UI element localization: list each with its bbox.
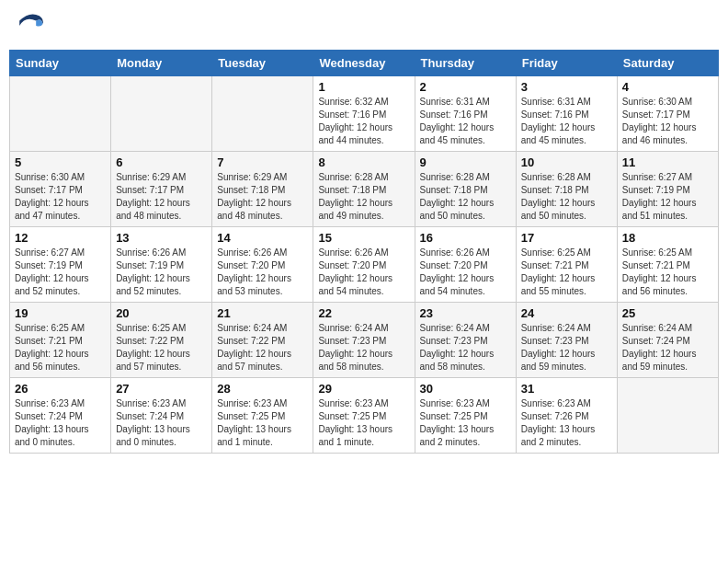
day-number: 31 [521,382,612,396]
day-info: Sunrise: 6:23 AM Sunset: 7:25 PM Dayligh… [217,397,308,449]
week-row-4: 19Sunrise: 6:25 AM Sunset: 7:21 PM Dayli… [10,303,719,378]
day-cell-3: 3Sunrise: 6:31 AM Sunset: 7:16 PM Daylig… [516,76,617,152]
weekday-header-tuesday: Tuesday [212,51,313,76]
day-cell-8: 8Sunrise: 6:28 AM Sunset: 7:18 PM Daylig… [313,152,415,227]
day-cell-11: 11Sunrise: 6:27 AM Sunset: 7:19 PM Dayli… [617,152,718,227]
day-number: 2 [420,80,511,94]
day-cell-10: 10Sunrise: 6:28 AM Sunset: 7:18 PM Dayli… [516,152,617,227]
day-cell-29: 29Sunrise: 6:23 AM Sunset: 7:25 PM Dayli… [313,378,415,454]
weekday-header-monday: Monday [111,51,212,76]
day-number: 21 [217,306,308,320]
day-info: Sunrise: 6:23 AM Sunset: 7:25 PM Dayligh… [420,397,511,449]
day-info: Sunrise: 6:32 AM Sunset: 7:16 PM Dayligh… [318,96,409,147]
day-cell-26: 26Sunrise: 6:23 AM Sunset: 7:24 PM Dayli… [10,378,111,454]
day-cell-1: 1Sunrise: 6:32 AM Sunset: 7:16 PM Daylig… [313,76,415,152]
day-number: 26 [15,382,106,396]
week-row-5: 26Sunrise: 6:23 AM Sunset: 7:24 PM Dayli… [10,378,719,454]
day-cell-2: 2Sunrise: 6:31 AM Sunset: 7:16 PM Daylig… [415,76,516,152]
day-info: Sunrise: 6:23 AM Sunset: 7:26 PM Dayligh… [521,397,612,449]
weekday-header-row: SundayMondayTuesdayWednesdayThursdayFrid… [10,51,719,76]
day-number: 14 [217,231,308,245]
day-info: Sunrise: 6:26 AM Sunset: 7:20 PM Dayligh… [420,247,511,298]
day-number: 5 [15,155,106,169]
day-number: 15 [318,231,409,245]
day-cell-16: 16Sunrise: 6:26 AM Sunset: 7:20 PM Dayli… [415,227,516,303]
day-info: Sunrise: 6:23 AM Sunset: 7:24 PM Dayligh… [116,397,207,449]
weekday-header-thursday: Thursday [415,51,516,76]
day-info: Sunrise: 6:31 AM Sunset: 7:16 PM Dayligh… [420,96,511,147]
day-cell-20: 20Sunrise: 6:25 AM Sunset: 7:22 PM Dayli… [111,303,212,378]
day-number: 16 [420,231,511,245]
empty-cell [111,76,212,152]
day-number: 27 [116,382,207,396]
week-row-2: 5Sunrise: 6:30 AM Sunset: 7:17 PM Daylig… [10,152,719,227]
day-number: 3 [521,80,612,94]
day-cell-25: 25Sunrise: 6:24 AM Sunset: 7:24 PM Dayli… [617,303,718,378]
day-number: 9 [420,155,511,169]
day-cell-4: 4Sunrise: 6:30 AM Sunset: 7:17 PM Daylig… [617,76,718,152]
day-number: 13 [116,231,207,245]
day-info: Sunrise: 6:28 AM Sunset: 7:18 PM Dayligh… [521,171,612,223]
day-info: Sunrise: 6:24 AM Sunset: 7:23 PM Dayligh… [318,322,409,373]
day-info: Sunrise: 6:24 AM Sunset: 7:24 PM Dayligh… [622,322,713,373]
empty-cell [617,378,718,454]
day-info: Sunrise: 6:25 AM Sunset: 7:21 PM Dayligh… [521,247,612,298]
day-cell-21: 21Sunrise: 6:24 AM Sunset: 7:22 PM Dayli… [212,303,313,378]
day-info: Sunrise: 6:28 AM Sunset: 7:18 PM Dayligh… [318,171,409,223]
day-number: 22 [318,306,409,320]
day-info: Sunrise: 6:23 AM Sunset: 7:24 PM Dayligh… [15,397,106,449]
logo [13,9,51,42]
day-number: 11 [622,155,713,169]
day-cell-9: 9Sunrise: 6:28 AM Sunset: 7:18 PM Daylig… [415,152,516,227]
day-info: Sunrise: 6:25 AM Sunset: 7:21 PM Dayligh… [15,322,106,373]
day-number: 23 [420,306,511,320]
day-number: 29 [318,382,409,396]
day-number: 17 [521,231,612,245]
day-cell-12: 12Sunrise: 6:27 AM Sunset: 7:19 PM Dayli… [10,227,111,303]
day-info: Sunrise: 6:31 AM Sunset: 7:16 PM Dayligh… [521,96,612,147]
day-number: 6 [116,155,207,169]
week-row-1: 1Sunrise: 6:32 AM Sunset: 7:16 PM Daylig… [10,76,719,152]
day-cell-5: 5Sunrise: 6:30 AM Sunset: 7:17 PM Daylig… [10,152,111,227]
day-cell-15: 15Sunrise: 6:26 AM Sunset: 7:20 PM Dayli… [313,227,415,303]
day-info: Sunrise: 6:25 AM Sunset: 7:21 PM Dayligh… [622,247,713,298]
day-number: 18 [622,231,713,245]
empty-cell [10,76,111,152]
day-cell-31: 31Sunrise: 6:23 AM Sunset: 7:26 PM Dayli… [516,378,617,454]
day-cell-6: 6Sunrise: 6:29 AM Sunset: 7:17 PM Daylig… [111,152,212,227]
day-info: Sunrise: 6:24 AM Sunset: 7:23 PM Dayligh… [420,322,511,373]
day-info: Sunrise: 6:26 AM Sunset: 7:19 PM Dayligh… [116,247,207,298]
day-info: Sunrise: 6:29 AM Sunset: 7:18 PM Dayligh… [217,171,308,223]
day-number: 25 [622,306,713,320]
day-number: 4 [622,80,713,94]
day-info: Sunrise: 6:30 AM Sunset: 7:17 PM Dayligh… [15,171,106,223]
day-info: Sunrise: 6:27 AM Sunset: 7:19 PM Dayligh… [622,171,713,223]
day-cell-27: 27Sunrise: 6:23 AM Sunset: 7:24 PM Dayli… [111,378,212,454]
day-number: 1 [318,80,409,94]
day-number: 24 [521,306,612,320]
day-number: 12 [15,231,106,245]
day-cell-30: 30Sunrise: 6:23 AM Sunset: 7:25 PM Dayli… [415,378,516,454]
day-cell-22: 22Sunrise: 6:24 AM Sunset: 7:23 PM Dayli… [313,303,415,378]
calendar-table: SundayMondayTuesdayWednesdayThursdayFrid… [9,50,719,454]
day-number: 20 [116,306,207,320]
day-cell-28: 28Sunrise: 6:23 AM Sunset: 7:25 PM Dayli… [212,378,313,454]
day-cell-13: 13Sunrise: 6:26 AM Sunset: 7:19 PM Dayli… [111,227,212,303]
day-cell-19: 19Sunrise: 6:25 AM Sunset: 7:21 PM Dayli… [10,303,111,378]
day-cell-18: 18Sunrise: 6:25 AM Sunset: 7:21 PM Dayli… [617,227,718,303]
logo-icon [13,9,46,42]
day-cell-24: 24Sunrise: 6:24 AM Sunset: 7:23 PM Dayli… [516,303,617,378]
empty-cell [212,76,313,152]
page-header [9,9,719,42]
day-number: 28 [217,382,308,396]
week-row-3: 12Sunrise: 6:27 AM Sunset: 7:19 PM Dayli… [10,227,719,303]
day-number: 10 [521,155,612,169]
weekday-header-saturday: Saturday [617,51,718,76]
day-number: 8 [318,155,409,169]
day-cell-7: 7Sunrise: 6:29 AM Sunset: 7:18 PM Daylig… [212,152,313,227]
day-info: Sunrise: 6:26 AM Sunset: 7:20 PM Dayligh… [318,247,409,298]
day-info: Sunrise: 6:26 AM Sunset: 7:20 PM Dayligh… [217,247,308,298]
day-cell-14: 14Sunrise: 6:26 AM Sunset: 7:20 PM Dayli… [212,227,313,303]
day-cell-23: 23Sunrise: 6:24 AM Sunset: 7:23 PM Dayli… [415,303,516,378]
day-info: Sunrise: 6:28 AM Sunset: 7:18 PM Dayligh… [420,171,511,223]
